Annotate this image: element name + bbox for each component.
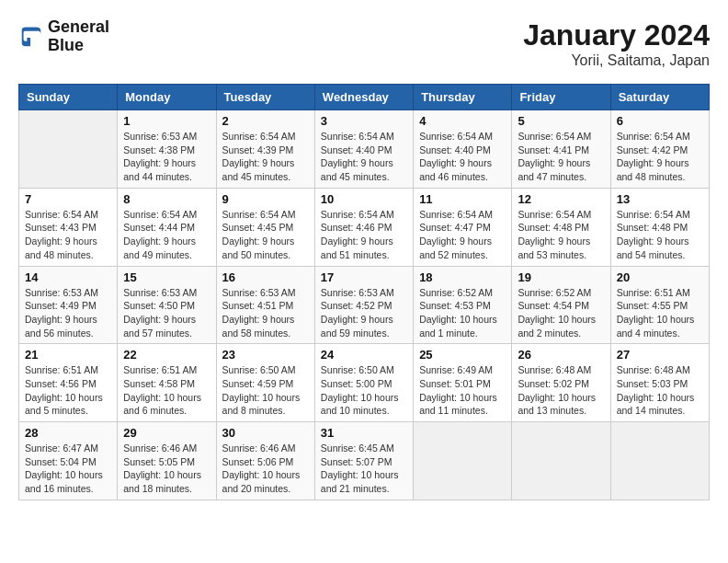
day-info: Sunrise: 6:54 AMSunset: 4:40 PMDaylight:… [321, 130, 407, 184]
day-info: Sunrise: 6:51 AMSunset: 4:58 PMDaylight:… [123, 363, 210, 418]
calendar-cell: 15Sunrise: 6:53 AMSunset: 4:50 PMDayligh… [118, 266, 216, 344]
day-info: Sunrise: 6:47 AMSunset: 5:04 PMDaylight:… [25, 442, 111, 496]
calendar-cell: 11Sunrise: 6:54 AMSunset: 4:47 PMDayligh… [414, 188, 512, 266]
day-info: Sunrise: 6:53 AMSunset: 4:38 PMDaylight:… [123, 130, 210, 184]
calendar-cell: 28Sunrise: 6:47 AMSunset: 5:04 PMDayligh… [19, 422, 118, 500]
calendar-cell: 10Sunrise: 6:54 AMSunset: 4:46 PMDayligh… [314, 188, 413, 266]
day-header-thursday: Thursday [414, 85, 512, 110]
page-title: January 2024 [523, 18, 710, 52]
calendar-cell: 12Sunrise: 6:54 AMSunset: 4:48 PMDayligh… [512, 188, 610, 266]
day-info: Sunrise: 6:46 AMSunset: 5:06 PMDaylight:… [222, 442, 309, 496]
calendar-cell: 19Sunrise: 6:52 AMSunset: 4:54 PMDayligh… [512, 266, 610, 344]
logo-line1: General [48, 18, 109, 37]
day-info: Sunrise: 6:51 AMSunset: 4:55 PMDaylight:… [617, 286, 703, 340]
day-number: 2 [222, 114, 309, 128]
day-info: Sunrise: 6:51 AMSunset: 4:56 PMDaylight:… [25, 363, 111, 418]
day-info: Sunrise: 6:52 AMSunset: 4:53 PMDaylight:… [419, 286, 506, 340]
day-info: Sunrise: 6:54 AMSunset: 4:39 PMDaylight:… [222, 130, 309, 184]
calendar-cell: 9Sunrise: 6:54 AMSunset: 4:45 PMDaylight… [216, 188, 314, 266]
calendar-table: SundayMondayTuesdayWednesdayThursdayFrid… [18, 84, 710, 500]
calendar-cell: 2Sunrise: 6:54 AMSunset: 4:39 PMDaylight… [216, 110, 314, 189]
calendar-cell [512, 422, 610, 500]
calendar-cell: 30Sunrise: 6:46 AMSunset: 5:06 PMDayligh… [216, 422, 314, 500]
calendar-cell: 14Sunrise: 6:53 AMSunset: 4:49 PMDayligh… [19, 266, 118, 344]
day-info: Sunrise: 6:50 AMSunset: 4:59 PMDaylight:… [222, 363, 309, 418]
day-number: 21 [25, 348, 111, 362]
calendar-cell: 4Sunrise: 6:54 AMSunset: 4:40 PMDaylight… [414, 110, 512, 189]
day-header-monday: Monday [118, 85, 216, 110]
logo: General Blue [18, 18, 109, 55]
calendar-cell: 7Sunrise: 6:54 AMSunset: 4:43 PMDaylight… [19, 188, 118, 266]
day-info: Sunrise: 6:50 AMSunset: 5:00 PMDaylight:… [321, 363, 407, 418]
day-number: 15 [123, 270, 210, 284]
calendar-cell: 24Sunrise: 6:50 AMSunset: 5:00 PMDayligh… [314, 344, 413, 422]
day-info: Sunrise: 6:46 AMSunset: 5:05 PMDaylight:… [123, 442, 210, 496]
day-info: Sunrise: 6:45 AMSunset: 5:07 PMDaylight:… [321, 442, 407, 496]
calendar-cell: 1Sunrise: 6:53 AMSunset: 4:38 PMDaylight… [118, 110, 216, 189]
calendar-cell: 6Sunrise: 6:54 AMSunset: 4:42 PMDaylight… [610, 110, 709, 189]
day-info: Sunrise: 6:53 AMSunset: 4:51 PMDaylight:… [222, 286, 309, 340]
day-info: Sunrise: 6:48 AMSunset: 5:03 PMDaylight:… [617, 363, 703, 418]
day-info: Sunrise: 6:52 AMSunset: 4:54 PMDaylight:… [518, 286, 604, 340]
day-info: Sunrise: 6:54 AMSunset: 4:48 PMDaylight:… [617, 208, 703, 262]
day-number: 9 [222, 192, 309, 206]
day-number: 16 [222, 270, 309, 284]
calendar-cell [19, 110, 118, 189]
day-number: 23 [222, 348, 309, 362]
day-number: 11 [419, 192, 506, 206]
day-number: 6 [617, 114, 703, 128]
week-row-3: 14Sunrise: 6:53 AMSunset: 4:49 PMDayligh… [19, 266, 710, 344]
day-info: Sunrise: 6:54 AMSunset: 4:42 PMDaylight:… [617, 130, 703, 184]
day-info: Sunrise: 6:53 AMSunset: 4:50 PMDaylight:… [123, 286, 210, 340]
page-header: General Blue January 2024 Yorii, Saitama… [18, 18, 710, 69]
calendar-cell: 22Sunrise: 6:51 AMSunset: 4:58 PMDayligh… [118, 344, 216, 422]
day-info: Sunrise: 6:54 AMSunset: 4:45 PMDaylight:… [222, 208, 309, 262]
day-number: 20 [617, 270, 703, 284]
title-block: January 2024 Yorii, Saitama, Japan [523, 18, 710, 69]
day-number: 8 [123, 192, 210, 206]
logo-line2: Blue [48, 37, 109, 55]
calendar-cell: 26Sunrise: 6:48 AMSunset: 5:02 PMDayligh… [512, 344, 610, 422]
day-number: 22 [123, 348, 210, 362]
day-info: Sunrise: 6:54 AMSunset: 4:41 PMDaylight:… [518, 130, 604, 184]
day-number: 5 [518, 114, 604, 128]
day-info: Sunrise: 6:54 AMSunset: 4:47 PMDaylight:… [419, 208, 506, 262]
calendar-cell: 13Sunrise: 6:54 AMSunset: 4:48 PMDayligh… [610, 188, 709, 266]
week-row-5: 28Sunrise: 6:47 AMSunset: 5:04 PMDayligh… [19, 422, 710, 500]
day-number: 14 [25, 270, 111, 284]
day-number: 17 [321, 270, 407, 284]
day-number: 7 [25, 192, 111, 206]
calendar-cell: 25Sunrise: 6:49 AMSunset: 5:01 PMDayligh… [414, 344, 512, 422]
day-info: Sunrise: 6:54 AMSunset: 4:46 PMDaylight:… [321, 208, 407, 262]
day-header-sunday: Sunday [19, 85, 118, 110]
day-header-saturday: Saturday [610, 85, 709, 110]
day-info: Sunrise: 6:54 AMSunset: 4:43 PMDaylight:… [25, 208, 111, 262]
calendar-cell: 29Sunrise: 6:46 AMSunset: 5:05 PMDayligh… [118, 422, 216, 500]
logo-icon [18, 24, 44, 50]
day-number: 27 [617, 348, 703, 362]
calendar-cell: 18Sunrise: 6:52 AMSunset: 4:53 PMDayligh… [414, 266, 512, 344]
day-info: Sunrise: 6:53 AMSunset: 4:52 PMDaylight:… [321, 286, 407, 340]
day-info: Sunrise: 6:54 AMSunset: 4:44 PMDaylight:… [123, 208, 210, 262]
day-number: 28 [25, 426, 111, 440]
day-number: 30 [222, 426, 309, 440]
day-header-tuesday: Tuesday [216, 85, 314, 110]
day-number: 10 [321, 192, 407, 206]
day-number: 1 [123, 114, 210, 128]
day-number: 29 [123, 426, 210, 440]
day-number: 13 [617, 192, 703, 206]
day-number: 4 [419, 114, 506, 128]
calendar-cell: 20Sunrise: 6:51 AMSunset: 4:55 PMDayligh… [610, 266, 709, 344]
day-info: Sunrise: 6:48 AMSunset: 5:02 PMDaylight:… [518, 363, 604, 418]
calendar-header-row: SundayMondayTuesdayWednesdayThursdayFrid… [19, 85, 710, 110]
day-header-wednesday: Wednesday [314, 85, 413, 110]
day-info: Sunrise: 6:53 AMSunset: 4:49 PMDaylight:… [25, 286, 111, 340]
day-info: Sunrise: 6:54 AMSunset: 4:48 PMDaylight:… [518, 208, 604, 262]
calendar-cell: 27Sunrise: 6:48 AMSunset: 5:03 PMDayligh… [610, 344, 709, 422]
day-number: 31 [321, 426, 407, 440]
calendar-cell: 31Sunrise: 6:45 AMSunset: 5:07 PMDayligh… [314, 422, 413, 500]
calendar-cell: 23Sunrise: 6:50 AMSunset: 4:59 PMDayligh… [216, 344, 314, 422]
day-info: Sunrise: 6:54 AMSunset: 4:40 PMDaylight:… [419, 130, 506, 184]
week-row-4: 21Sunrise: 6:51 AMSunset: 4:56 PMDayligh… [19, 344, 710, 422]
day-header-friday: Friday [512, 85, 610, 110]
